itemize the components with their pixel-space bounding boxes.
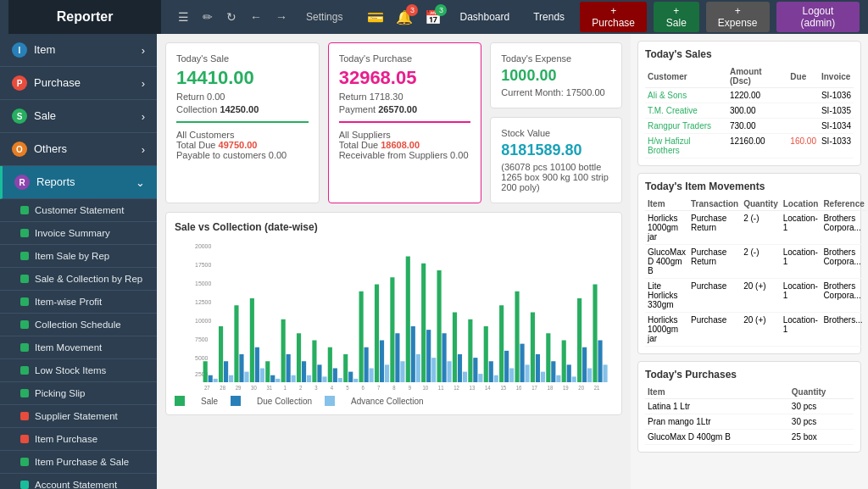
svg-rect-109	[598, 341, 602, 383]
svg-rect-74	[463, 372, 467, 382]
purchase-return: Return 1718.30	[339, 92, 471, 102]
bell-icon[interactable]: 🔔 3	[396, 9, 413, 25]
svg-rect-84	[499, 305, 504, 382]
svg-rect-82	[494, 375, 498, 382]
main-layout: IItem › PPurchase › SSale › OOthers › RR…	[0, 34, 868, 489]
purchase-total-due: Total Due 18608.00	[339, 140, 471, 150]
sidebar-sub-picking-slip[interactable]: Picking Slip	[0, 382, 157, 405]
customer-name[interactable]: T.M. Creative	[645, 103, 727, 119]
chevron-right-icon: ›	[142, 44, 145, 57]
sidebar-item-sale[interactable]: SSale ›	[0, 100, 157, 133]
calendar-icon[interactable]: 📅 3	[425, 9, 442, 25]
amount-value: 1220.00	[727, 88, 787, 103]
wallet-icon[interactable]: 💳	[367, 9, 384, 25]
sidebar-sub-item-sale-by-rep[interactable]: Item Sale by Rep	[0, 245, 157, 268]
table-row[interactable]: Rangpur Traders 730.00 SI-1034	[645, 119, 854, 134]
trends-button[interactable]: Trends	[525, 8, 573, 26]
back-icon[interactable]: ←	[247, 8, 265, 25]
svg-text:2: 2	[299, 385, 303, 391]
today-sales-title: Today's Sales	[645, 48, 854, 60]
receivable-suppliers: Receivable from Suppliers 0.00	[339, 150, 471, 160]
table-row: GlucoMax D 400gm B 25 box	[645, 430, 854, 445]
amount-value: 12160.00	[727, 134, 787, 158]
edit-icon[interactable]: ✏	[199, 8, 216, 25]
sidebar-item-others[interactable]: OOthers ›	[0, 133, 157, 166]
sale-total-due: Total Due 49750.00	[176, 140, 309, 150]
settings-button[interactable]: Settings	[298, 8, 351, 26]
svg-rect-16	[234, 305, 238, 382]
table-row: Horlicks 1000gm jar Purchase 20 (+) Loca…	[645, 313, 867, 347]
svg-text:16: 16	[516, 385, 522, 391]
table-row: GlucoMax D 400gm B Purchase Return 2 (-)…	[645, 245, 867, 279]
sidebar-item-reports[interactable]: RReports ⌄	[0, 166, 157, 199]
item-movements-panel: Today's Item Movements Item Transaction …	[637, 173, 861, 354]
sub-icon	[20, 320, 29, 329]
sidebar-sub-item-purchase-sale[interactable]: Item Purchase & Sale	[0, 451, 157, 474]
today-purchases-table: Item Quantity Latina 1 Ltr 30 pcs Pran m…	[645, 386, 854, 445]
svg-text:5: 5	[346, 385, 349, 391]
table-row[interactable]: Ali & Sons 1220.00 SI-1036	[645, 88, 854, 103]
svg-rect-58	[400, 361, 404, 382]
forward-icon[interactable]: →	[272, 8, 291, 25]
sidebar-sub-collection-schedule[interactable]: Collection Schedule	[0, 314, 157, 336]
sidebar-sub-item-movement[interactable]: Item Movement	[0, 336, 157, 359]
sidebar-sub-low-stock[interactable]: Low Stock Items	[0, 359, 157, 382]
sale-card-amount: 14410.00	[176, 67, 309, 89]
sidebar-sub-supplier-statement[interactable]: Supplier Statement	[0, 405, 157, 428]
payable-customers: Payable to customers 0.00	[176, 150, 309, 160]
sidebar-sub-customer-statement[interactable]: Customer Statement	[0, 199, 157, 222]
purchase-button[interactable]: + Purchase	[580, 2, 647, 32]
table-row[interactable]: T.M. Creative 300.00 SI-1035	[645, 103, 854, 119]
svg-rect-52	[375, 285, 379, 383]
sidebar-sub-item-purchase[interactable]: Item Purchase	[0, 428, 157, 451]
svg-rect-78	[478, 374, 482, 382]
svg-rect-36	[312, 341, 316, 383]
invoice-value: SI-1033	[819, 134, 854, 158]
table-row: Horlicks 1000gm jar Purchase Return 2 (-…	[645, 211, 867, 245]
purchase-footer: All Suppliers Total Due 18608.00 Receiva…	[339, 130, 471, 160]
customer-name[interactable]: Rangpur Traders	[645, 119, 727, 134]
svg-rect-26	[275, 379, 280, 382]
due-value	[787, 88, 819, 103]
dashboard-button[interactable]: Dashboard	[451, 8, 518, 26]
customer-name[interactable]: H/w Hafizul Brothers	[645, 134, 727, 158]
chevron-right-icon: ›	[142, 110, 145, 123]
svg-rect-102	[572, 376, 576, 382]
col-location: Location	[781, 197, 821, 211]
sidebar-item-item[interactable]: IItem ›	[0, 34, 157, 67]
sidebar-letter-others: O	[12, 142, 27, 157]
sidebar-sub-label: Item Sale by Rep	[35, 251, 109, 261]
sidebar-sub-sale-collection-by-rep[interactable]: Sale & Collection by Rep	[0, 268, 157, 291]
expense-card: Today's Expense 1000.00 Current Month: 1…	[490, 42, 622, 108]
top-cards-row: Today's Sale 14410.00 Return 0.00 Collec…	[165, 42, 622, 203]
svg-rect-42	[338, 378, 342, 382]
customer-name[interactable]: Ali & Sons	[645, 88, 727, 103]
today-purchases-panel: Today's Purchases Item Quantity Latina 1…	[637, 361, 861, 453]
table-row[interactable]: H/w Hafizul Brothers 12160.00 160.00 SI-…	[645, 134, 854, 158]
svg-rect-73	[458, 354, 462, 382]
invoice-value: SI-1036	[819, 88, 854, 103]
expense-card-title: Today's Expense	[501, 53, 611, 64]
sidebar-sub-item-wise-profit[interactable]: Item-wise Profit	[0, 291, 157, 314]
sidebar-sub-invoice-summary[interactable]: Invoice Summary	[0, 222, 157, 245]
expense-button[interactable]: + Expense	[706, 2, 770, 32]
invoice-value: SI-1034	[819, 119, 854, 134]
sub-icon	[20, 297, 29, 306]
sale-button[interactable]: + Sale	[654, 2, 698, 32]
menu-icon[interactable]: ☰	[175, 8, 192, 25]
sub-icon	[20, 275, 29, 283]
logout-button[interactable]: Logout (admin)	[776, 2, 860, 32]
legend-advance-dot	[325, 396, 335, 406]
today-sales-table: Customer Amount (Dsc) Due Invoice Ali & …	[645, 65, 854, 158]
legend-due-label: Due Collection	[257, 397, 312, 406]
sidebar-letter-reports: R	[14, 175, 30, 190]
refresh-icon[interactable]: ↻	[223, 8, 240, 25]
payment-label: Payment	[339, 104, 376, 114]
item-name: GlucoMax D 400gm B	[645, 430, 789, 445]
svg-text:18: 18	[548, 385, 554, 391]
sidebar-item-purchase[interactable]: PPurchase ›	[0, 67, 157, 100]
sidebar-sub-label: Customer Statement	[35, 205, 124, 215]
svg-rect-69	[442, 333, 447, 382]
sidebar-sub-account-statement[interactable]: Account Statement	[0, 474, 157, 489]
svg-rect-65	[426, 330, 431, 382]
